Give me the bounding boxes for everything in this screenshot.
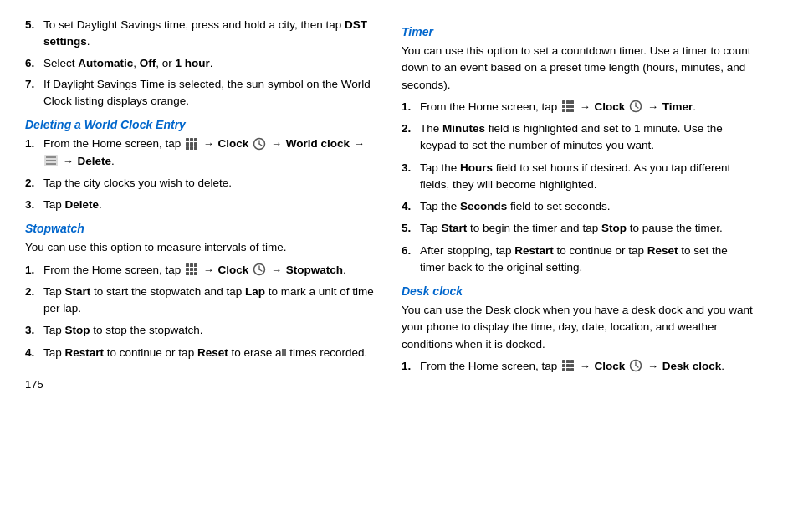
step-num-t5: 5. bbox=[402, 220, 420, 237]
step-num-d3: 3. bbox=[25, 197, 43, 213]
arrow-dc1a: → bbox=[580, 360, 591, 372]
step-text-5: To set Daylight Savings time, press and … bbox=[43, 17, 376, 51]
step-text-d2: Tap the city clocks you wish to delete. bbox=[43, 175, 376, 192]
svg-rect-34 bbox=[562, 109, 565, 112]
stopwatch-step-3: 3. Tap Stop to stop the stopwatch. bbox=[25, 322, 376, 339]
step-text-s1: From the Home screen, tap → Clock → Stop… bbox=[43, 262, 376, 279]
deleting-step-2: 2. Tap the city clocks you wish to delet… bbox=[25, 175, 376, 192]
step-text-s2: Tap Start to start the stopwatch and tap… bbox=[43, 284, 376, 318]
svg-rect-20 bbox=[190, 268, 193, 271]
timer-step-2: 2. The Minutes field is highlighted and … bbox=[402, 120, 753, 155]
svg-rect-3 bbox=[186, 142, 189, 146]
timer-step-1: 1. From the Home screen, tap → Clock → T… bbox=[402, 99, 753, 115]
grid-icon-s1 bbox=[185, 263, 198, 276]
arrow-d1b: → bbox=[271, 137, 282, 150]
step-text-d1: From the Home screen, tap → Clock → Worl… bbox=[43, 136, 376, 170]
timer-step-5: 5. Tap Start to begin the timer and tap … bbox=[402, 220, 753, 237]
step-num-s3: 3. bbox=[25, 322, 43, 339]
svg-rect-48 bbox=[570, 368, 574, 371]
step-text-s4: Tap Restart to continue or tap Reset to … bbox=[43, 345, 376, 361]
arrow-t1b: → bbox=[647, 100, 658, 113]
arrow-d1a: → bbox=[203, 137, 214, 150]
step-num-t1: 1. bbox=[402, 99, 420, 115]
clock-icon-t1 bbox=[629, 100, 642, 113]
step-text-d3: Tap Delete. bbox=[43, 197, 376, 213]
svg-rect-46 bbox=[562, 368, 565, 371]
step-num-t3: 3. bbox=[402, 160, 420, 176]
svg-rect-42 bbox=[570, 360, 574, 363]
svg-rect-30 bbox=[570, 100, 574, 104]
svg-rect-41 bbox=[566, 360, 570, 363]
step-text-t2: The Minutes field is highlighted and set… bbox=[420, 120, 753, 155]
page-layout: 5. To set Daylight Savings time, press a… bbox=[25, 17, 773, 391]
step-num-t4: 4. bbox=[402, 198, 420, 215]
step-text-t4: Tap the Seconds field to set seconds. bbox=[420, 198, 753, 215]
svg-rect-40 bbox=[562, 360, 565, 363]
step-num-t2: 2. bbox=[402, 120, 420, 137]
svg-rect-6 bbox=[186, 146, 189, 150]
deleting-steps-list: 1. From the Home screen, tap → Clock → W… bbox=[25, 136, 376, 213]
column-right: Timer You can use this option to set a c… bbox=[402, 17, 753, 391]
step-text-6: Select Automatic, Off, or 1 hour. bbox=[43, 55, 213, 72]
arrow-d1d: → bbox=[63, 155, 74, 167]
stopwatch-step-2: 2. Tap Start to start the stopwatch and … bbox=[25, 284, 376, 318]
step-num-s2: 2. bbox=[25, 284, 43, 300]
svg-rect-36 bbox=[570, 109, 574, 112]
stopwatch-step-4: 4. Tap Restart to continue or tap Reset … bbox=[25, 345, 376, 361]
svg-rect-18 bbox=[194, 263, 197, 267]
svg-rect-4 bbox=[190, 142, 193, 146]
svg-line-51 bbox=[636, 366, 638, 367]
clock-icon-d1 bbox=[253, 137, 266, 151]
menu-icon-d1 bbox=[44, 155, 58, 166]
step-5: 5. To set Daylight Savings time, press a… bbox=[25, 17, 376, 51]
timer-step-4: 4. Tap the Seconds field to set seconds. bbox=[402, 198, 753, 215]
svg-rect-43 bbox=[562, 364, 565, 367]
svg-line-11 bbox=[259, 144, 262, 146]
step-text-t1: From the Home screen, tap → Clock → Time… bbox=[420, 99, 753, 115]
arrow-s1a: → bbox=[203, 263, 214, 276]
svg-rect-17 bbox=[190, 263, 193, 267]
svg-rect-23 bbox=[190, 272, 193, 275]
stopwatch-step-1: 1. From the Home screen, tap → Clock → S… bbox=[25, 262, 376, 279]
arrow-s1b: → bbox=[271, 263, 282, 276]
svg-rect-45 bbox=[570, 364, 574, 367]
column-left: 5. To set Daylight Savings time, press a… bbox=[25, 17, 376, 391]
step-num-s1: 1. bbox=[25, 262, 43, 279]
timer-step-6: 6. After stopping, tap Restart to contin… bbox=[402, 243, 753, 277]
step-num-6: 6. bbox=[25, 55, 43, 72]
arrow-t1a: → bbox=[580, 100, 591, 113]
svg-rect-22 bbox=[186, 272, 189, 275]
step-num-s4: 4. bbox=[25, 345, 43, 361]
svg-rect-2 bbox=[194, 138, 197, 141]
svg-line-27 bbox=[259, 269, 262, 271]
stopwatch-intro: You can use this option to measure inter… bbox=[25, 239, 376, 256]
svg-rect-16 bbox=[186, 263, 189, 267]
step-text-t3: Tap the Hours field to set hours if desi… bbox=[420, 160, 753, 194]
step-num-5: 5. bbox=[25, 17, 43, 33]
svg-rect-44 bbox=[566, 364, 570, 367]
step-num-dc1: 1. bbox=[402, 358, 420, 375]
step-num-d2: 2. bbox=[25, 175, 43, 192]
step-text-s3: Tap Stop to stop the stopwatch. bbox=[43, 322, 376, 339]
timer-step-3: 3. Tap the Hours field to set hours if d… bbox=[402, 160, 753, 194]
clock-icon-s1 bbox=[253, 263, 266, 276]
timer-section-heading: Timer bbox=[402, 25, 753, 38]
svg-rect-31 bbox=[562, 105, 565, 108]
desk-clock-step-1: 1. From the Home screen, tap → Clock → D… bbox=[402, 358, 753, 375]
svg-rect-29 bbox=[566, 100, 570, 104]
desk-clock-section-heading: Desk clock bbox=[402, 284, 753, 298]
svg-rect-8 bbox=[194, 146, 197, 150]
step-text-t5: Tap Start to begin the timer and tap Sto… bbox=[420, 220, 753, 237]
svg-rect-33 bbox=[570, 105, 574, 108]
deleting-step-1: 1. From the Home screen, tap → Clock → W… bbox=[25, 136, 376, 170]
svg-rect-0 bbox=[186, 138, 189, 141]
step-num-t6: 6. bbox=[402, 243, 420, 259]
stopwatch-steps-list: 1. From the Home screen, tap → Clock → S… bbox=[25, 262, 376, 361]
desk-clock-steps-list: 1. From the Home screen, tap → Clock → D… bbox=[402, 358, 753, 375]
grid-icon-d1 bbox=[185, 137, 198, 151]
clock-icon-dc1 bbox=[629, 359, 642, 372]
stopwatch-section-heading: Stopwatch bbox=[25, 222, 376, 235]
step-6: 6. Select Automatic, Off, or 1 hour. bbox=[25, 55, 376, 72]
step-7: 7. If Daylight Savings Time is selected,… bbox=[25, 76, 376, 110]
svg-rect-24 bbox=[194, 272, 197, 275]
